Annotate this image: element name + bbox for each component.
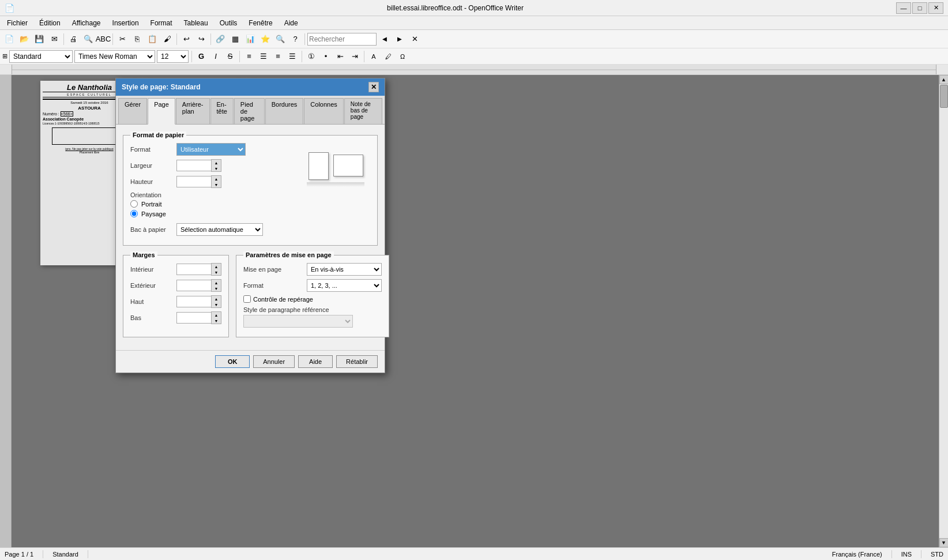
tab-arriere-plan[interactable]: Arrière-plan (176, 98, 210, 124)
align-left-button[interactable]: ≡ (243, 50, 255, 63)
size-select[interactable]: 12 (157, 50, 189, 63)
scroll-track[interactable] (939, 84, 948, 538)
top-input[interactable]: 0,00 cm (176, 296, 211, 307)
width-down-button[interactable]: ▼ (212, 166, 221, 171)
close-button[interactable]: ✕ (928, 2, 943, 14)
maximize-button[interactable]: □ (912, 2, 927, 14)
scroll-up-button[interactable]: ▲ (939, 75, 949, 84)
print-button[interactable]: 🖨 (66, 32, 80, 46)
hyperlink-button[interactable]: 🔗 (213, 32, 227, 46)
preview-button[interactable]: 🔍 (81, 32, 95, 46)
minimize-button[interactable]: — (896, 2, 911, 14)
highlight-button[interactable]: 🖊 (382, 50, 394, 63)
menu-aide[interactable]: Aide (280, 18, 303, 28)
scroll-thumb[interactable] (940, 85, 948, 108)
landscape-radio[interactable] (130, 210, 138, 217)
scroll-down-button[interactable]: ▼ (939, 538, 949, 547)
bottom-input[interactable]: 0,00 cm (176, 312, 211, 324)
undo-button[interactable]: ↩ (179, 32, 193, 46)
font-select[interactable]: Times New Roman (74, 50, 155, 63)
italic-button[interactable]: I (209, 50, 222, 63)
table-button[interactable]: ▦ (228, 32, 242, 46)
tab-pied-de-page[interactable]: Pied de page (234, 98, 265, 124)
cut-button[interactable]: ✂ (115, 32, 129, 46)
strikethrough-button[interactable]: S (224, 50, 236, 63)
redo-button[interactable]: ↪ (194, 32, 208, 46)
search-input[interactable] (307, 33, 377, 46)
tab-colonnes[interactable]: Colonnes (304, 98, 343, 124)
list-num-button[interactable]: ① (305, 50, 318, 63)
menu-fenetre[interactable]: Fenêtre (244, 18, 277, 28)
height-down-button[interactable]: ▼ (212, 182, 221, 187)
reset-button[interactable]: Rétablir (336, 355, 378, 368)
help-btn[interactable]: ? (288, 32, 302, 46)
ref-style-row: Style de paragraphe référence (243, 306, 382, 328)
char-button[interactable]: Ω (396, 50, 409, 63)
search-close-button[interactable]: ✕ (408, 32, 422, 46)
format-select[interactable]: Utilisateur A4 A5 (176, 143, 246, 156)
align-center-button[interactable]: ☰ (257, 50, 270, 63)
menu-outils[interactable]: Outils (215, 18, 242, 28)
search-next-button[interactable]: ► (393, 32, 407, 46)
tab-note[interactable]: Note de bas de page (344, 98, 382, 124)
register-checkbox[interactable] (243, 295, 251, 303)
bold-button[interactable]: G (195, 50, 208, 63)
exterior-up-button[interactable]: ▲ (212, 280, 221, 285)
exterior-input[interactable]: 0,00 cm (176, 280, 211, 291)
list-bullet-button[interactable]: • (319, 50, 332, 63)
bottom-label: Bas (130, 314, 176, 321)
ok-button[interactable]: OK (215, 355, 250, 368)
portrait-radio[interactable] (130, 200, 138, 208)
open-button[interactable]: 📂 (17, 32, 31, 46)
height-up-button[interactable]: ▲ (212, 176, 221, 182)
menu-affichage[interactable]: Affichage (67, 18, 106, 28)
modal-overlay: Style de page: Standard ✕ Gérer Page Arr… (12, 75, 939, 547)
bottom-down-button[interactable]: ▼ (212, 318, 221, 324)
tab-page[interactable]: Page (148, 98, 175, 125)
format2-select[interactable]: 1, 2, 3, ... I, II, III, ... i, ii, iii,… (307, 279, 382, 292)
portrait-preview (309, 152, 329, 180)
exterior-down-button[interactable]: ▼ (212, 285, 221, 291)
chart-button[interactable]: 📊 (243, 32, 257, 46)
menu-tableau[interactable]: Tableau (179, 18, 213, 28)
tab-bordures[interactable]: Bordures (265, 98, 304, 124)
tab-en-tete[interactable]: En-tête (210, 98, 234, 124)
align-right-button[interactable]: ≡ (272, 50, 284, 63)
register-row: Contrôle de repérage (243, 295, 382, 303)
find-button[interactable]: 🔍 (273, 32, 287, 46)
star-button[interactable]: ⭐ (258, 32, 272, 46)
menu-edition[interactable]: Édition (35, 18, 65, 28)
spellcheck-button[interactable]: ABC (96, 32, 110, 46)
height-input[interactable]: 9,80 cm (176, 176, 211, 187)
interior-up-button[interactable]: ▲ (212, 264, 221, 269)
copy-button[interactable]: ⎘ (130, 32, 144, 46)
interior-input[interactable]: 0,00 cm (176, 264, 211, 275)
style-select[interactable]: Standard (9, 50, 73, 63)
dialog-close-button[interactable]: ✕ (368, 82, 379, 92)
help-button[interactable]: Aide (298, 355, 333, 368)
new-button[interactable]: 📄 (2, 32, 16, 46)
format2-row: Format 1, 2, 3, ... I, II, III, ... i, i… (243, 279, 382, 292)
width-input[interactable]: 19,10 cm (176, 160, 211, 171)
width-up-button[interactable]: ▲ (212, 160, 221, 166)
save-button[interactable]: 💾 (32, 32, 46, 46)
layout-select[interactable]: En vis-à-vis Droite seulement Gauche seu… (307, 263, 382, 276)
cancel-button[interactable]: Annuler (253, 355, 295, 368)
interior-down-button[interactable]: ▼ (212, 269, 221, 275)
tab-gerer[interactable]: Gérer (118, 98, 147, 124)
top-up-button[interactable]: ▲ (212, 296, 221, 302)
email-button[interactable]: ✉ (47, 32, 61, 46)
indent-less-button[interactable]: ⇤ (334, 50, 347, 63)
search-prev-button[interactable]: ◄ (378, 32, 392, 46)
align-justify-button[interactable]: ☰ (286, 50, 299, 63)
indent-more-button[interactable]: ⇥ (348, 50, 361, 63)
tray-select[interactable]: Sélection automatique (176, 223, 263, 236)
menu-fichier[interactable]: Fichier (2, 18, 32, 28)
top-down-button[interactable]: ▼ (212, 302, 221, 307)
paste-button[interactable]: 📋 (145, 32, 159, 46)
font-color-button[interactable]: A (367, 50, 380, 63)
menu-insertion[interactable]: Insertion (108, 18, 144, 28)
bottom-up-button[interactable]: ▲ (212, 312, 221, 318)
clone-button[interactable]: 🖌 (160, 32, 174, 46)
menu-format[interactable]: Format (146, 18, 177, 28)
